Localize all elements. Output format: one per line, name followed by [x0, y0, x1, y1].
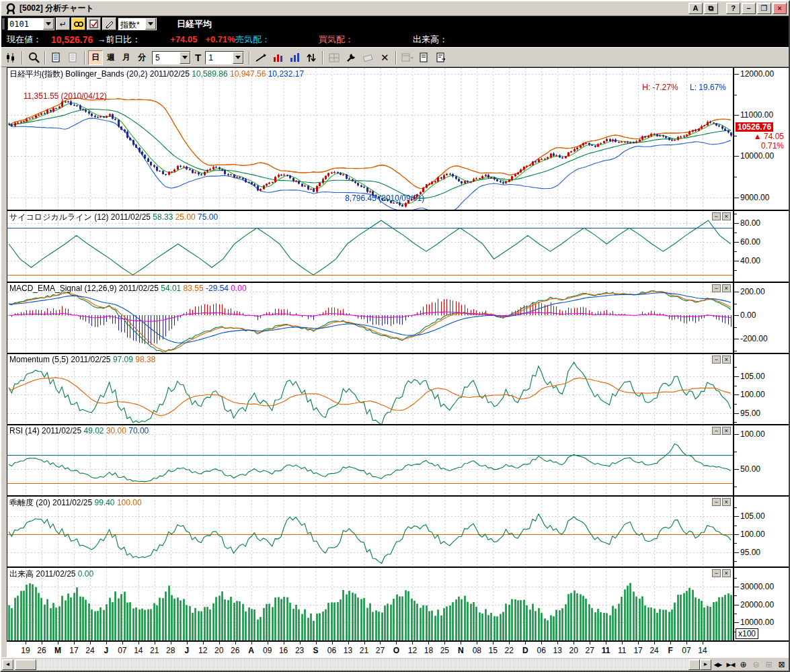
x-axis-tick	[654, 642, 655, 644]
copy-window-button[interactable]: ⧉	[704, 3, 718, 14]
axis-label: 40.00	[740, 256, 760, 265]
help-button[interactable]: ?	[726, 3, 740, 14]
minimize-panel-button-macd[interactable]: −	[712, 284, 721, 292]
plot-rsi[interactable]	[7, 425, 734, 495]
close-panel-button-rsi[interactable]: ×	[722, 427, 731, 435]
close-panel-button-psych[interactable]: ×	[722, 212, 731, 220]
close-panel-button-macd[interactable]: ×	[722, 284, 731, 292]
period-weekly-button[interactable]: 週	[104, 50, 118, 65]
trendline-draw-button[interactable]	[253, 50, 269, 66]
axis-tick	[734, 386, 737, 386]
market-type-dropdown-button[interactable]	[145, 18, 156, 30]
font-button[interactable]: A	[688, 3, 703, 14]
y-axis-rsi: 100.0050.00	[733, 425, 788, 495]
minute-interval-dropdown-button[interactable]	[180, 52, 190, 64]
axis-label: -200.00	[740, 334, 768, 343]
symbol-search-button[interactable]	[71, 17, 85, 30]
period-daily-button[interactable]: 日	[88, 50, 103, 65]
edit-memo-button[interactable]	[102, 17, 116, 30]
plot-volume[interactable]	[7, 568, 734, 640]
x-axis-tick	[139, 642, 139, 644]
axis-label: 11000.00	[740, 110, 773, 120]
axis-tick	[734, 452, 737, 452]
minimize-button[interactable]: –	[742, 3, 756, 14]
zoom-out-button[interactable]: ⊖	[750, 659, 762, 670]
x-axis-tick	[106, 642, 107, 644]
scrollbar-track[interactable]	[13, 659, 688, 670]
close-panel-button-volume[interactable]: ×	[722, 569, 731, 577]
close-panel-button-momentum[interactable]: ×	[722, 355, 731, 364]
save-page-button[interactable]	[416, 50, 432, 66]
header-text: 10,232.17	[266, 69, 304, 79]
close-panel-button-deviation[interactable]: ×	[722, 498, 731, 506]
submit-symbol-button[interactable]: ↵	[56, 17, 70, 30]
export-page-button[interactable]	[433, 50, 449, 66]
settings-button[interactable]	[343, 50, 359, 66]
y-axis-deviation: 105.00100.0095.00	[733, 497, 788, 566]
minimize-panel-button-volume[interactable]: −	[712, 569, 721, 577]
x-axis-tick	[171, 642, 171, 644]
header-text: 54.01	[161, 284, 181, 293]
x-axis-label: 20	[214, 646, 223, 655]
plot-macd[interactable]	[7, 283, 734, 353]
indicator-red-blue-button[interactable]	[270, 50, 286, 66]
close-panel-button[interactable]: ⊠	[775, 659, 788, 670]
axis-tick	[734, 422, 737, 423]
scroll-left-button[interactable]: ◄	[2, 659, 13, 670]
scrollbar-end-button[interactable]	[688, 659, 700, 670]
grid-layout-button[interactable]	[326, 50, 342, 66]
x-axis-tick	[574, 642, 574, 644]
scroll-right-button[interactable]: ►	[700, 659, 711, 670]
axis-tick	[734, 561, 737, 562]
y-axis-volume: 30000.0020000.0010000.00x100	[733, 568, 788, 640]
plot-main[interactable]	[7, 68, 734, 210]
axis-tick	[734, 507, 737, 508]
register-list-button[interactable]	[87, 17, 101, 30]
expand-bars-button[interactable]: ◀▶	[711, 659, 724, 670]
indicator-blue-button[interactable]	[286, 50, 303, 66]
header-text: 49.02	[84, 426, 104, 435]
eraser-button[interactable]	[360, 50, 376, 66]
candlestick-chart-button[interactable]	[3, 50, 19, 66]
delete-all-button[interactable]: ✕	[377, 50, 393, 66]
paste-chart-button[interactable]	[65, 50, 81, 66]
axis-tick	[734, 622, 739, 623]
x-axis-tick	[122, 642, 123, 644]
sort-updown-button[interactable]	[303, 50, 319, 66]
axis-tick	[734, 177, 737, 177]
plot-momentum[interactable]	[7, 354, 734, 424]
axis-tick	[734, 115, 739, 116]
copy-chart-button[interactable]	[48, 50, 65, 66]
candlestick-icon	[5, 52, 16, 63]
tick-interval-dropdown-button[interactable]	[233, 52, 243, 64]
window-dropdown-icon	[401, 53, 413, 62]
zoom-in-button[interactable]: ⊕	[737, 659, 750, 670]
collapse-bars-button[interactable]: ▶◀	[724, 659, 737, 670]
axis-label: 80.00	[740, 218, 760, 228]
close-button[interactable]: ×	[773, 3, 787, 14]
chart-toolbar: 日 週 月 分 5 T 1	[1, 48, 789, 67]
symbol-code-dropdown-button[interactable]	[43, 18, 54, 30]
symbol-code-input[interactable]	[8, 18, 43, 30]
period-monthly-button[interactable]: 月	[119, 50, 134, 65]
minimize-panel-button-rsi[interactable]: −	[712, 427, 721, 435]
maximize-button[interactable]: ❐	[757, 3, 771, 14]
grid-toggle-button[interactable]: ⊞	[762, 659, 775, 670]
minimize-panel-button-psych[interactable]: −	[712, 212, 721, 220]
toolbar-grip[interactable]	[3, 18, 5, 30]
period-minute-button[interactable]: 分	[134, 50, 149, 65]
minimize-panel-button-momentum[interactable]: −	[712, 355, 721, 364]
x-axis-tick	[590, 642, 590, 644]
axis-tick	[734, 74, 739, 75]
window-style-button[interactable]	[399, 50, 416, 66]
title-bar[interactable]: [5002] 分析チャート A ⧉ ? – ❐ ×	[1, 1, 789, 16]
axis-tick	[734, 587, 739, 587]
minimize-panel-button-deviation[interactable]: −	[712, 498, 721, 506]
analysis-chart-window: [5002] 分析チャート A ⧉ ? – ❐ × ↵ 指数*	[0, 0, 790, 672]
axis-tick	[734, 413, 739, 414]
header-text: 83.55	[181, 284, 203, 293]
scrollbar-thumb[interactable]	[15, 659, 36, 670]
chevron-down-icon	[235, 56, 241, 59]
change-label: →前日比：	[97, 34, 141, 46]
zoom-chart-button[interactable]	[26, 50, 42, 66]
